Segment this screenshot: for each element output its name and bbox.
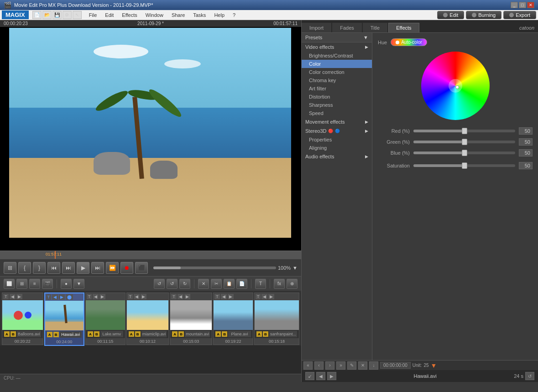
a-button[interactable]: A xyxy=(4,331,10,337)
a-button[interactable]: A xyxy=(172,331,178,337)
track-settings-button[interactable]: ▼ xyxy=(73,279,84,289)
mark-out-button[interactable]: } xyxy=(33,262,46,274)
effect-sharpness[interactable]: Sharpness xyxy=(302,101,372,109)
b-button[interactable]: B xyxy=(10,331,16,337)
a-button[interactable]: A xyxy=(215,331,221,337)
section-audio-effects[interactable]: Audio effects ▶ xyxy=(302,152,372,161)
menu-file[interactable]: File xyxy=(85,11,101,19)
clip-nav-next[interactable]: ▶ xyxy=(141,294,146,299)
clip-nav-next[interactable]: ▶ xyxy=(228,294,234,299)
red-slider-track[interactable] xyxy=(413,130,515,132)
clip-nav-prev[interactable]: ◀ xyxy=(178,294,183,299)
clip-sanfran[interactable]: T ◀ ▶ A B sanfranpaint... 00:15:18 xyxy=(254,293,299,345)
menu-help[interactable]: Help xyxy=(210,11,228,19)
clip-nav-prev[interactable]: ◀ xyxy=(316,372,325,380)
stop-button[interactable]: ⬛ xyxy=(135,262,148,274)
effect-properties[interactable]: Properties xyxy=(302,136,372,144)
clip-nav-end[interactable]: ⬤ xyxy=(66,294,73,300)
clip-nav-prev[interactable]: ◀ xyxy=(134,294,140,299)
tab-effects[interactable]: Effects xyxy=(388,23,419,32)
auto-color-button[interactable]: Auto-color xyxy=(391,38,427,46)
tab-import[interactable]: Import xyxy=(302,23,331,32)
clip-nav-prev[interactable]: ◀ xyxy=(261,294,267,299)
clip-nav-down[interactable]: ↙ xyxy=(305,372,314,380)
mark-in-button[interactable]: { xyxy=(18,262,31,274)
copy-button[interactable]: 📋 xyxy=(224,279,235,289)
prev-frame-button[interactable]: ⏮ xyxy=(47,262,60,274)
minimize-button[interactable]: _ xyxy=(511,2,518,8)
b-button[interactable]: B xyxy=(94,331,99,337)
effects-clip-button[interactable]: fx xyxy=(274,279,285,289)
clip-nav-next[interactable]: ▶ xyxy=(327,372,336,380)
section-movement-effects[interactable]: Movement effects ▶ xyxy=(302,117,372,126)
clip-nav-next[interactable]: ▶ xyxy=(99,294,105,299)
tab-title[interactable]: Title xyxy=(363,23,387,32)
list-view-button[interactable]: ≡ xyxy=(29,279,40,289)
fast-forward-button[interactable]: ⏩ xyxy=(106,262,119,274)
effect-chroma-key[interactable]: Chroma key xyxy=(302,76,372,84)
b-button[interactable]: B xyxy=(263,331,268,337)
stabilize-button[interactable]: ⊕ xyxy=(287,279,298,289)
clip-mountain[interactable]: T ◀ ▶ A B mountain.avi 00:15:03 xyxy=(170,293,212,345)
wheel-dot[interactable] xyxy=(455,85,459,89)
undo-button[interactable]: ↺ xyxy=(154,279,165,289)
a-button[interactable]: A xyxy=(88,331,93,337)
loop-button[interactable]: ↺ xyxy=(525,372,534,380)
clip-plane[interactable]: T ◀ ▶ A B Plane.avi 00:19:22 xyxy=(213,293,253,345)
marks-button[interactable]: ⊞ xyxy=(4,262,16,274)
red-slider-handle[interactable] xyxy=(462,128,467,134)
tl-nav-next[interactable]: › xyxy=(325,361,334,370)
effect-color-correction[interactable]: Color correction xyxy=(302,68,372,76)
tl-nav-next2[interactable]: » xyxy=(336,361,345,370)
effect-brightness-contrast[interactable]: Brightness/Contrast xyxy=(302,52,372,60)
undo2-button[interactable]: ↺ xyxy=(167,279,178,289)
effect-art-filter[interactable]: Art filter xyxy=(302,84,372,93)
saturation-slider-handle[interactable] xyxy=(462,162,467,169)
export-button[interactable]: Export xyxy=(503,11,536,19)
a-button[interactable]: A xyxy=(256,331,262,337)
effect-color[interactable]: Color xyxy=(302,60,372,68)
tl-nav-delete[interactable]: ✕ xyxy=(358,361,367,370)
tl-nav-prev2[interactable]: « xyxy=(303,361,313,370)
redo-button[interactable]: ↻ xyxy=(179,279,190,289)
maximize-button[interactable]: □ xyxy=(519,2,526,8)
play-button[interactable]: ▶ xyxy=(77,262,89,274)
view-mode-button[interactable]: ⬜ xyxy=(4,279,15,289)
menu-window[interactable]: Window xyxy=(142,11,167,19)
blue-slider-track[interactable] xyxy=(413,152,515,154)
effect-aligning[interactable]: Aligning xyxy=(302,144,372,152)
menu-edit[interactable]: Edit xyxy=(101,11,117,19)
effect-distortion[interactable]: Distortion xyxy=(302,93,372,101)
open-icon[interactable]: 📂 xyxy=(42,11,52,19)
first-frame-button[interactable]: ⏭ xyxy=(62,262,75,274)
clip-nav-next[interactable]: ▶ xyxy=(268,294,274,299)
b-button[interactable]: B xyxy=(135,331,141,337)
color-wheel[interactable] xyxy=(421,52,490,120)
new-icon[interactable]: 📄 xyxy=(32,11,42,19)
burning-button[interactable]: Burning xyxy=(466,11,501,19)
clip-hawaii[interactable]: T ◀ ▶ ⬤ A B Hawaii.avi 00:24:00 xyxy=(44,293,84,346)
multicam-button[interactable]: 🎬 xyxy=(42,279,53,289)
clip-nav-next[interactable]: ▶ xyxy=(59,294,65,300)
cut-button[interactable]: ✂ xyxy=(211,279,222,289)
pointer-icon[interactable]: ↖ xyxy=(73,11,82,19)
clip-nav-prev[interactable]: ◀ xyxy=(93,294,99,299)
menu-question[interactable]: ? xyxy=(229,11,239,19)
blue-slider-handle[interactable] xyxy=(462,150,467,156)
section-video-effects[interactable]: Video effects ▶ xyxy=(302,42,372,52)
zoom-dropdown[interactable]: ▼ xyxy=(293,265,298,271)
next-frame-button[interactable]: ⏭ xyxy=(91,262,104,274)
presets-dropdown[interactable]: ▼ xyxy=(363,35,368,40)
clip-lake[interactable]: T ◀ ▶ A B Lake.wmv 00:11:15 xyxy=(85,293,125,345)
green-slider-handle[interactable] xyxy=(462,139,467,145)
b-button[interactable]: B xyxy=(222,331,227,337)
saturation-slider-track[interactable] xyxy=(413,164,515,167)
tl-nav-prev[interactable]: ‹ xyxy=(314,361,324,370)
paste-button[interactable]: 📄 xyxy=(236,279,247,289)
tab-fades[interactable]: Fades xyxy=(332,23,362,32)
clip-miami[interactable]: T ◀ ▶ A B miamiclip.avi 00:10:12 xyxy=(126,293,169,345)
clip-balloons[interactable]: T ◀ ▶ A B Balloons.avi 00:20:22 xyxy=(2,293,43,345)
save-icon[interactable]: 💾 xyxy=(52,11,62,19)
timeline-ruler[interactable]: 01:57:11 xyxy=(0,251,301,259)
close-button[interactable]: ✕ xyxy=(527,2,534,8)
